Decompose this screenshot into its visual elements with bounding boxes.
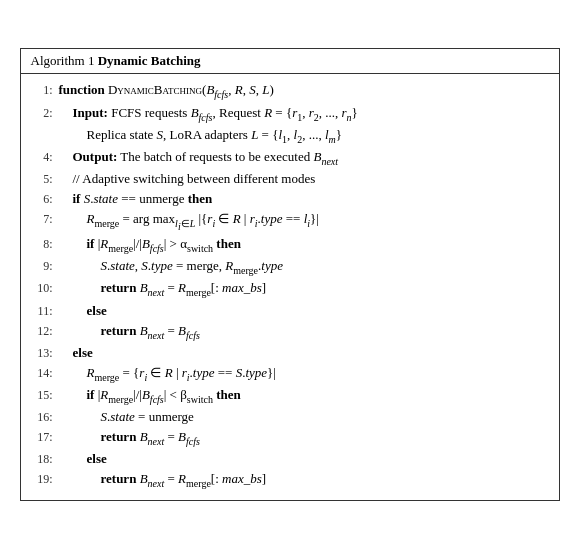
line-number: 16: <box>31 408 53 427</box>
line-number: 11: <box>31 302 53 321</box>
algorithm-body: 1:function DynamicBatching(Bfcfs, R, S, … <box>21 74 559 499</box>
algorithm-line: 15:if |Rmerge|/|Bfcfs| < βswitch then <box>31 385 549 407</box>
line-number: 7: <box>31 210 53 229</box>
algorithm-name: Dynamic Batching <box>98 53 201 68</box>
algorithm-line: 11:else <box>31 301 549 321</box>
line-text: if S.state == unmerge then <box>59 189 549 209</box>
line-text: Rmerge = arg maxli∈L |{ri ∈ R | ri.type … <box>59 209 549 234</box>
algorithm-line: 16:S.state = unmerge <box>31 407 549 427</box>
algorithm-line: 1:function DynamicBatching(Bfcfs, R, S, … <box>31 80 549 102</box>
line-text: Replica state S, LoRA adapters L = {l1, … <box>59 125 549 147</box>
algorithm-box: Algorithm 1 Dynamic Batching 1:function … <box>20 48 560 500</box>
line-number: 6: <box>31 190 53 209</box>
line-text: else <box>59 449 549 469</box>
line-number: 10: <box>31 279 53 298</box>
algorithm-line: 10:return Bnext = Rmerge[: max_bs] <box>31 278 549 300</box>
line-text: if |Rmerge|/|Bfcfs| > αswitch then <box>59 234 549 256</box>
algorithm-line: 14:Rmerge = {ri ∈ R | ri.type == S.type}… <box>31 363 549 385</box>
line-number: 15: <box>31 386 53 405</box>
algorithm-line: 8:if |Rmerge|/|Bfcfs| > αswitch then <box>31 234 549 256</box>
algorithm-line: 19:return Bnext = Rmerge[: max_bs] <box>31 469 549 491</box>
algorithm-line: 13:else <box>31 343 549 363</box>
line-text: return Bnext = Bfcfs <box>59 427 549 449</box>
line-number: 17: <box>31 428 53 447</box>
algorithm-line: 6:if S.state == unmerge then <box>31 189 549 209</box>
algorithm-title: Algorithm 1 Dynamic Batching <box>21 49 559 74</box>
algorithm-label: Algorithm 1 <box>31 53 95 68</box>
line-text: // Adaptive switching between different … <box>59 169 549 189</box>
algorithm-line: 5:// Adaptive switching between differen… <box>31 169 549 189</box>
algorithm-line: 12:return Bnext = Bfcfs <box>31 321 549 343</box>
line-text: return Bnext = Bfcfs <box>59 321 549 343</box>
line-text: S.state, S.type = merge, Rmerge.type <box>59 256 549 278</box>
algorithm-line: 2:Input: FCFS requests Bfcfs, Request R … <box>31 103 549 125</box>
line-number: 18: <box>31 450 53 469</box>
algorithm-line: Replica state S, LoRA adapters L = {l1, … <box>31 125 549 147</box>
line-number: 12: <box>31 322 53 341</box>
line-number: 19: <box>31 470 53 489</box>
algorithm-line: 18:else <box>31 449 549 469</box>
line-number: 1: <box>31 81 53 100</box>
line-text: else <box>59 343 549 363</box>
line-text: if |Rmerge|/|Bfcfs| < βswitch then <box>59 385 549 407</box>
algorithm-line: 9:S.state, S.type = merge, Rmerge.type <box>31 256 549 278</box>
line-text: Input: FCFS requests Bfcfs, Request R = … <box>59 103 549 125</box>
line-text: S.state = unmerge <box>59 407 549 427</box>
line-text: else <box>59 301 549 321</box>
line-number: 14: <box>31 364 53 383</box>
line-text: return Bnext = Rmerge[: max_bs] <box>59 278 549 300</box>
line-text: function DynamicBatching(Bfcfs, R, S, L) <box>59 80 549 102</box>
line-text: return Bnext = Rmerge[: max_bs] <box>59 469 549 491</box>
line-number: 13: <box>31 344 53 363</box>
algorithm-line: 7:Rmerge = arg maxli∈L |{ri ∈ R | ri.typ… <box>31 209 549 234</box>
algorithm-line: 4:Output: The batch of requests to be ex… <box>31 147 549 169</box>
line-text: Rmerge = {ri ∈ R | ri.type == S.type}| <box>59 363 549 385</box>
algorithm-line: 17:return Bnext = Bfcfs <box>31 427 549 449</box>
line-number: 5: <box>31 170 53 189</box>
line-number: 8: <box>31 235 53 254</box>
line-number: 2: <box>31 104 53 123</box>
line-number: 4: <box>31 148 53 167</box>
line-text: Output: The batch of requests to be exec… <box>59 147 549 169</box>
line-number: 9: <box>31 257 53 276</box>
